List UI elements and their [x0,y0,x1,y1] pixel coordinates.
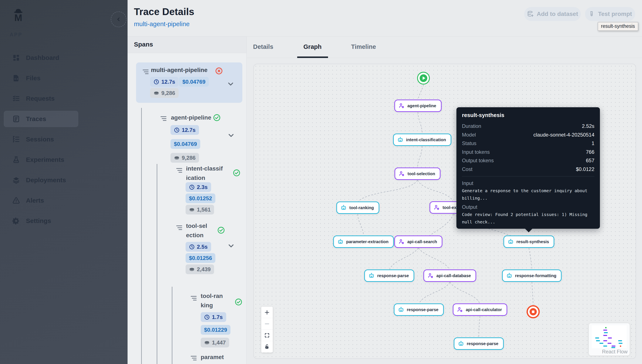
tab-timeline[interactable]: Timeline [351,43,376,50]
graph-minimap[interactable] [592,325,627,348]
add-to-dataset-label: Add to dataset [537,10,578,18]
sidebar-item-dashboard[interactable]: Dashboard [4,50,78,66]
graph-node-tool-ranking[interactable]: tool-ranking [336,202,379,214]
lock-toggle-button[interactable] [261,341,273,352]
graph-controls [261,307,273,352]
robot-icon [397,136,404,143]
trace-name-link[interactable]: multi-agent-pipeline [134,20,190,28]
page-title: Trace Details [134,6,194,18]
file-code-icon [12,74,20,82]
success-status-icon [213,114,221,122]
tooltip-row-status: Status 1 [462,139,594,148]
unlock-icon [264,344,270,350]
span-row-tool-ranking[interactable]: tool-ranking 1.7s $0.01229 1,447 [188,291,247,349]
tooltip-input-label: Input [462,180,594,187]
test-prompt-button[interactable]: Test prompt [585,7,635,21]
graph-node-result-synthesis[interactable]: result-synthesis [503,236,554,248]
play-icon [420,74,427,82]
clock-icon [189,244,195,250]
coin-icon [204,340,210,346]
zoom-in-button[interactable] [261,307,273,318]
tab-graph[interactable]: Graph [303,43,322,50]
span-row-multi-agent-pipeline[interactable]: multi-agent-pipeline 12.7s $0.04769 9,28… [136,62,242,103]
chevron-down-icon[interactable] [227,80,235,88]
tooltip-row-duration: Duration 2.52s [462,122,594,130]
span-row-intent-classification[interactable]: intent-classification 2.3s $0.01252 1,56… [173,164,247,216]
span-row-agent-pipeline[interactable]: agent-pipeline 12.7s $0.04769 9,286 [157,113,247,166]
tab-details[interactable]: Details [253,43,273,50]
sidebar-item-traces[interactable]: Traces [4,111,78,127]
graph-start-node[interactable] [417,72,430,84]
sidebar-section-label: APP [10,32,22,38]
duration-badge: 1.7s [201,312,226,322]
robot-icon [368,272,375,279]
tooltip-row-input-tokens: Input tokens 766 [462,148,594,156]
plus-icon [264,310,270,315]
gear-icon [12,217,20,225]
agent-icon [434,204,440,211]
span-tree-icon [190,355,197,362]
robot-icon [337,238,344,245]
graph-node-response-parse[interactable]: response-parse [454,338,504,350]
sidebar-item-experiments[interactable]: Experiments [4,152,78,168]
sidebar-item-alerts[interactable]: Alerts [4,192,78,208]
success-status-icon [235,298,242,306]
chevron-down-icon[interactable] [227,131,235,139]
span-name: tool-ranking [201,291,223,310]
sidebar-item-settings[interactable]: Settings [4,213,78,229]
node-detail-tooltip: result-synthesis Duration 2.52s Model cl… [456,107,600,229]
spans-panel: Spans multi-agent-pipeline 12.7s $0.0476… [128,36,247,364]
graph-node-api-call-calculator[interactable]: api-call-calculator [453,304,507,316]
graph-node-intent-classification[interactable]: intent-classification [393,134,451,146]
sidebar-item-deployments[interactable]: Deployments [4,172,78,188]
stop-icon [530,308,537,315]
success-status-icon [217,226,225,234]
tooltip-row-model: Model claude-sonnet-4-20250514 [462,130,594,139]
graph-node-response-parse[interactable]: response-parse [394,304,444,316]
layers-icon [12,176,20,184]
sidebar-item-files[interactable]: Files [4,70,78,86]
duration-badge: 12.7s [170,125,199,135]
graph-node-response-parse[interactable]: response-parse [364,270,414,282]
tree-indent-guide [141,108,142,364]
sidebar-collapse-button[interactable] [111,12,127,27]
coin-icon [153,90,159,96]
chevron-down-icon[interactable] [227,242,235,250]
app-logo[interactable]: M [12,8,25,22]
graph-node-api-call-search[interactable]: api-call-search [394,236,442,248]
span-row-parameter-extraction[interactable]: parameter-extraction [188,352,247,364]
spans-panel-header: Spans [128,36,247,53]
graph-corner-panel: React Flow [589,323,630,356]
span-name: tool-selection [186,221,209,240]
span-row-tool-selection[interactable]: tool-selection 2.5s $0.01256 2,439 [173,221,247,277]
success-status-icon [233,169,240,177]
graph-node-agent-pipeline[interactable]: agent-pipeline [394,100,442,112]
agent-icon [457,306,463,313]
duration-badge: 2.3s [186,182,211,192]
add-to-dataset-button[interactable]: Add to dataset [524,7,581,21]
zoom-out-button[interactable] [261,318,273,330]
robot-icon [340,204,347,211]
tooltip-row-cost: Cost $0.0122 [462,165,594,174]
graph-node-api-call-database[interactable]: api-call-database [424,270,476,282]
cost-badge: $0.01252 [186,194,215,203]
sidebar-item-requests[interactable]: Requests [4,90,78,106]
graph-node-response-formatting[interactable]: response-formatting [502,270,562,282]
tokens-badge: 9,286 [150,88,179,98]
agent-icon [428,272,434,279]
react-flow-attribution[interactable]: React Flow [602,349,627,355]
sidebar-item-sessions[interactable]: Sessions [4,131,78,148]
test-prompt-label: Test prompt [598,10,632,18]
spans-panel-title: Spans [134,41,153,48]
graph-node-tool-selection[interactable]: tool-selection [395,168,441,180]
graph-end-node[interactable] [527,305,540,318]
tokens-badge: 9,286 [170,153,199,163]
fit-view-button[interactable] [261,330,273,341]
checklist-icon [12,95,20,102]
tooltip-input-text: Generate a response to the customer inqu… [462,187,594,202]
clock-icon [174,127,180,133]
clock-icon [189,184,195,190]
graph-node-parameter-extraction[interactable]: parameter-extraction [333,236,394,248]
session-list-icon [12,136,20,143]
agent-icon [398,102,405,109]
